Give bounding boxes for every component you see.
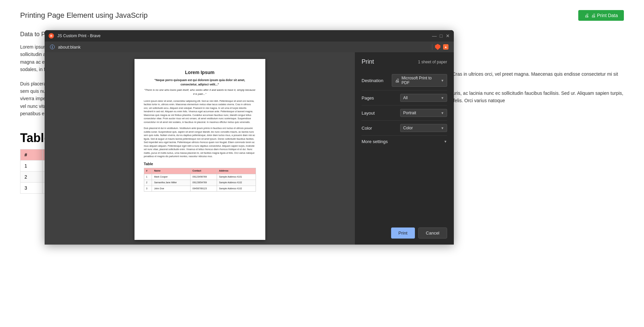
address-bar: i about:blank ▲ <box>45 42 454 52</box>
print-actions: Print Cancel <box>362 221 447 239</box>
info-icon: i <box>50 45 55 49</box>
chevron-down-icon: ▼ <box>444 140 447 143</box>
browser-logo: B <box>49 33 54 39</box>
print-preview-quote3: "There is no one who loves pain itself, … <box>144 88 256 96</box>
print-table-heading: Table <box>144 161 256 167</box>
address-text[interactable]: about:blank <box>58 45 80 50</box>
print-table-row: 2 Samantha Jane Miller 09123654789 Sampl… <box>144 180 256 186</box>
destination-select[interactable]: 🖨 Microsoft Print to PDF ▼ <box>392 74 447 87</box>
chevron-down-icon: ▼ <box>441 111 444 115</box>
table-header-num: # <box>20 149 43 160</box>
browser-content: Lorem Ipsum "Neque porro quisquam est qu… <box>45 52 454 245</box>
layout-value: Portrait <box>403 111 416 115</box>
print-preview-quote1: "Neque porro quisquam est qui dolorem ip… <box>144 78 256 87</box>
print-button[interactable]: Print <box>391 227 415 239</box>
destination-label: Destination <box>362 78 392 83</box>
destination-control[interactable]: 🖨 Microsoft Print to PDF ▼ <box>392 74 447 87</box>
right-lorem-text: es viverra. Cras in ultrices orci, vel p… <box>429 70 624 105</box>
print-data-button[interactable]: 🖨 🖨 Print Data <box>578 10 624 21</box>
chevron-down-icon: ▼ <box>441 96 444 100</box>
cancel-button[interactable]: Cancel <box>418 227 447 239</box>
print-body2: Duis placerat id dui in vestibulum. Vest… <box>144 127 256 158</box>
pages-label: Pages <box>362 95 392 101</box>
print-panel-header: Print 1 sheet of paper <box>362 58 447 65</box>
pages-row: Pages All ▼ <box>362 90 447 106</box>
tab-title[interactable]: JS Custom Print - Brave <box>57 34 429 38</box>
color-control[interactable]: Color ▼ <box>392 124 447 132</box>
layout-select[interactable]: Portrait ▼ <box>400 109 447 117</box>
color-label: Color <box>362 126 392 131</box>
more-settings-row[interactable]: More settings ▼ <box>362 136 447 147</box>
print-table-row: 1 Mark Cooper 09123456789 Sample Address… <box>144 174 256 180</box>
chevron-down-icon: ▼ <box>441 126 444 130</box>
layout-label: Layout <box>362 111 392 116</box>
browser-window: B JS Custom Print - Brave — □ ✕ i about:… <box>45 30 454 245</box>
printer-icon: 🖨 <box>584 13 589 18</box>
destination-row: Destination 🖨 Microsoft Print to PDF ▼ <box>362 71 447 90</box>
browser-toolbar-right: ▲ <box>432 44 448 50</box>
brave-shield-icon[interactable] <box>435 44 440 50</box>
print-preview-page: Lorem Ipsum "Neque porro quisquam est qu… <box>135 59 265 240</box>
pages-value: All <box>403 95 408 100</box>
minimize-button[interactable]: — <box>432 34 436 38</box>
printer-icon: 🖨 <box>395 78 399 83</box>
color-value: Color <box>403 126 413 130</box>
color-row: Color Color ▼ <box>362 121 447 136</box>
pages-select[interactable]: All ▼ <box>400 94 447 102</box>
toolbar-separator <box>432 44 432 50</box>
brave-badge-icon[interactable]: ▲ <box>443 44 448 50</box>
layout-control[interactable]: Portrait ▼ <box>392 109 447 117</box>
print-sheets-info: 1 sheet of paper <box>418 60 447 64</box>
print-body1: Lorem ipsum dolor sit amet, consectetur … <box>144 100 256 124</box>
print-table-row: 3 John Doe 09456789123 Sample Address #1… <box>144 186 256 192</box>
title-bar: B JS Custom Print - Brave — □ ✕ <box>45 30 454 42</box>
pages-control[interactable]: All ▼ <box>392 94 447 102</box>
maximize-button[interactable]: □ <box>439 34 443 38</box>
print-table: # Name Contact Address 1 Mark Cooper 091… <box>144 168 256 192</box>
layout-row: Layout Portrait ▼ <box>362 106 447 121</box>
close-button[interactable]: ✕ <box>446 34 450 38</box>
color-select[interactable]: Color ▼ <box>400 124 447 132</box>
chevron-down-icon: ▼ <box>441 79 444 82</box>
print-settings-panel: Print 1 sheet of paper Destination 🖨 Mic… <box>355 52 454 245</box>
page-title: Printing Page Element using JavaScrip <box>20 11 148 20</box>
more-settings-label: More settings <box>362 139 388 144</box>
destination-value: Microsoft Print to PDF <box>401 76 439 85</box>
window-controls: — □ ✕ <box>432 34 450 38</box>
print-preview-area: Lorem Ipsum "Neque porro quisquam est qu… <box>45 52 355 245</box>
print-panel-title: Print <box>362 58 374 65</box>
print-preview-title: Lorem Ipsum <box>144 69 256 76</box>
